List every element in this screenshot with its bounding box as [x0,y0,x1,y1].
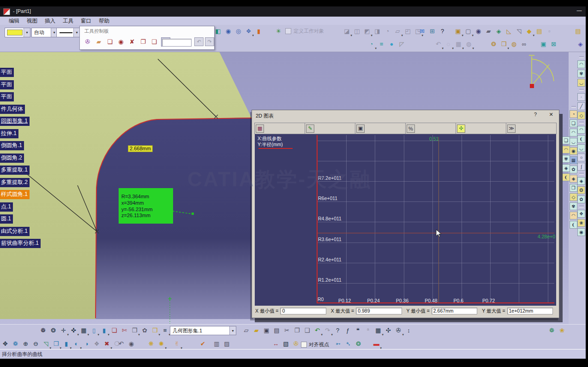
fs-tool-icon[interactable]: ◈ [570,175,577,183]
layers-icon[interactable]: ≡ [377,40,386,48]
axis-system-icon[interactable]: ✛ [59,326,68,335]
multi-window-icon[interactable]: ❖ [92,339,101,348]
catalog-browser-icon[interactable]: ▤ [574,27,582,36]
fs-tool-icon[interactable]: ◡ [570,138,577,146]
fs-line-icon[interactable]: ╱ [577,102,585,110]
fs-patch-icon[interactable]: ◠ [577,126,585,134]
fs-tool-icon[interactable]: ✿ [570,166,577,173]
zoom-model2-icon[interactable]: ◎ [234,27,243,36]
tree-item[interactable]: 倒圆角.2 [0,154,24,163]
fs-surface-icon[interactable]: ◠ [577,60,585,68]
draft-icon[interactable]: ◺ [504,27,513,36]
bulb-icon[interactable]: ❋ [147,339,156,348]
window-cube-icon[interactable]: ▣ [539,40,548,48]
duplicate-icon[interactable]: ❐ [130,326,139,335]
photo3-icon[interactable]: ❑ [150,37,158,46]
fs-tool-icon[interactable]: ❒ [570,184,577,192]
fs-control-icon[interactable]: ❖ [577,210,585,218]
fs-tool-icon[interactable]: ◠ [562,146,570,154]
journal-icon[interactable]: ▣ [454,27,462,36]
fs-tool-icon[interactable]: ✾ [570,202,577,210]
lock-gold-icon[interactable]: ✇ [292,339,300,348]
fs-tool-icon[interactable]: ❏ [570,119,577,127]
crosshair-vertical[interactable] [438,137,439,303]
snap-icon[interactable]: ✜ [69,326,78,335]
eraser-icon[interactable]: ● [387,40,396,48]
flag-icon[interactable]: ▰ [484,27,493,36]
fly-icon[interactable]: ➴ [344,339,353,348]
fs-tool-icon[interactable]: ◔ [570,110,577,118]
fs-tool-icon[interactable]: ❨ [562,173,570,181]
fs-revolve-icon[interactable]: ◡ [577,144,585,152]
zoom-in-icon[interactable]: ⊕ [21,339,30,348]
chevron-down-icon[interactable]: ▾ [24,28,30,37]
tree-item[interactable]: 多重提取.1 [0,166,30,175]
tree-item[interactable]: 回图形集.1 [0,117,30,126]
superscript-icon[interactable]: ª [364,326,372,335]
phone-icon[interactable]: ▯ [90,326,98,335]
fs-extend-icon[interactable]: ❨ [577,135,585,143]
sort-icon[interactable]: ↕ [404,326,413,335]
stack-icon[interactable]: ≡ [161,326,169,335]
photo-icon[interactable]: ❏ [106,37,114,46]
fs-fillet-icon[interactable]: ❂ [577,186,585,194]
tile-window-icon[interactable]: ▥ [212,339,221,348]
surface-sweep-icon[interactable]: ◫ [353,27,361,36]
sync-grid-icon[interactable]: ⊞ [428,27,437,36]
graph-tree-icon[interactable]: ✣ [384,326,393,335]
fs-analysis-icon[interactable]: ✿ [577,195,585,203]
fs-spine-icon[interactable]: ∫ [577,163,585,171]
folder-open-icon[interactable]: ▰ [95,37,103,46]
surface-extrude-icon[interactable]: ◰ [403,27,412,36]
bulb2-icon[interactable]: ✺ [157,339,166,348]
chart-plot-area[interactable]: X:曲线参数 Y:半径(mm) P0.12P0.24P0.36P0.48P0.6… [255,134,556,306]
new-file-icon[interactable]: ▱ [242,326,251,335]
save-chart-button-icon[interactable]: ▣ [356,124,365,133]
binoculars-icon[interactable]: ◉ [474,27,483,36]
menu-item[interactable]: 窗口 [78,17,95,25]
fs-dress-icon[interactable]: ❀ [577,219,585,227]
menu-item[interactable]: 视图 [24,17,41,25]
pan-icon[interactable]: ✥ [1,339,10,348]
hand-icon[interactable]: ✌ [173,339,181,348]
link-icon[interactable]: ∞ [520,40,528,48]
select-frame-icon[interactable]: ❏ [110,326,119,335]
camera-icon[interactable]: ◉ [117,37,125,46]
assembly-icon[interactable]: ❒ [499,40,508,48]
more-options-button[interactable]: ≫ [506,123,556,134]
tree-item[interactable]: 圆.1 [0,214,13,224]
undo-icon[interactable]: ↶ [313,326,322,335]
fs-tool-icon[interactable]: ◠ [570,212,577,219]
ghost-box-icon[interactable]: ▫ [545,27,554,36]
menu-item[interactable]: 帮助 [96,17,113,25]
stack-cubes-icon[interactable]: ❖ [244,27,253,36]
normal-view-icon[interactable]: ◹ [42,339,50,348]
copy-icon[interactable]: ❐ [293,326,301,335]
open-folder-icon[interactable]: ▰ [252,326,261,335]
thickness-combo[interactable]: 自动 ▾ [31,28,58,37]
redo-icon[interactable]: ↷ [323,326,332,335]
fit-chart-button-icon[interactable]: ✣ [457,124,465,133]
look-at-icon[interactable]: ◌ [444,40,453,48]
tree-item[interactable]: 多重提取.2 [0,178,30,187]
rotate-view-icon[interactable]: ↶ [434,40,443,48]
help-icon[interactable]: ? [333,326,342,335]
menu-item[interactable]: 工具 [60,17,77,25]
frame-icon[interactable]: ▢ [464,27,473,36]
print-icon[interactable]: ▤ [272,326,281,335]
relations-icon[interactable]: ✿ [140,326,149,335]
chart-style-button-icon[interactable]: ▩ [256,124,264,133]
photo2-icon[interactable]: ❐ [139,37,147,46]
surface-check-icon[interactable]: ◈ [494,27,503,36]
mail-icon[interactable]: ✉ [418,27,426,36]
capsule-icon[interactable]: ▮ [62,339,71,348]
rotate-orbit-icon[interactable]: ❁ [11,339,20,348]
minimize-button[interactable]: — [575,7,583,15]
tree-item[interactable]: 平面 [0,92,14,101]
mechanism-icon[interactable]: ◍ [510,40,518,48]
screen-icon[interactable]: ▧ [282,339,290,348]
tree-item[interactable]: 样式圆角.1 [0,190,30,199]
surface-cylinder-icon[interactable]: ▱ [393,27,402,36]
window-close-cube-icon[interactable]: ⊠ [549,40,558,48]
fs-circle-icon[interactable]: ○ [577,154,585,161]
